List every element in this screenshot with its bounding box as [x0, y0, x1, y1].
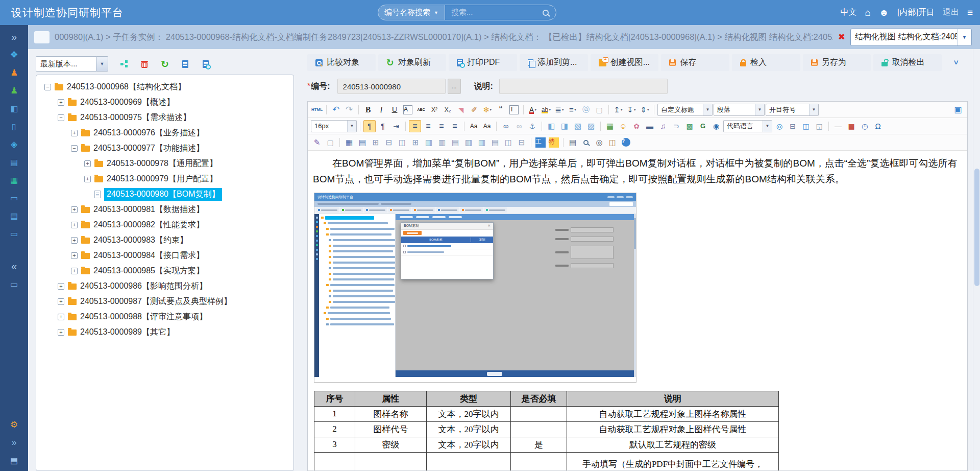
link-icon[interactable]: ∞ [500, 120, 512, 132]
auto-typeset-icon[interactable]: ✻▾ [481, 104, 494, 116]
format-painter-icon[interactable]: ✐ [468, 104, 480, 116]
tree-node[interactable]: +240513-0000989【其它】 [39, 324, 290, 340]
check-in-button[interactable]: 检入 [732, 54, 800, 71]
font-size-select[interactable]: 16px▼ [311, 120, 357, 132]
editor-canvas[interactable]: 在BOM管理界面，增加菜单“复制BOM”，用户选择菜单后，即可弹出BOM复制对话… [308, 151, 967, 470]
insert-media-icon[interactable]: ◉ [710, 120, 722, 132]
add-to-clipboard-button[interactable]: 添加到剪... [520, 54, 588, 71]
settings-gear-icon[interactable]: ⚙ [8, 419, 20, 430]
line-height-icon[interactable]: ⇕▾ [639, 104, 651, 116]
collapse-toolbar-icon[interactable]: ˅ [944, 54, 968, 71]
file-icon[interactable]: ▤ [8, 455, 20, 466]
code-input[interactable]: 240513-0000980 [337, 79, 446, 94]
expander-icon[interactable]: + [58, 298, 64, 305]
html-source-icon[interactable]: HTML [311, 104, 323, 116]
subscript-icon[interactable]: X₂ [442, 104, 454, 116]
cancel-checkout-button[interactable]: 取消检出 [873, 54, 942, 71]
current-user[interactable]: [内部]开目 [897, 7, 935, 18]
expander-icon[interactable]: + [71, 237, 78, 244]
product-structure-icon[interactable]: ❖ [8, 49, 20, 60]
align-right-icon[interactable]: ≡ [435, 120, 448, 132]
workspace-icon[interactable]: ▭ [8, 192, 20, 203]
underline-icon[interactable]: U [388, 104, 401, 116]
align-justify-icon[interactable]: ≡ [449, 120, 461, 132]
version-filter-select[interactable]: 最新版本... ▼ [36, 56, 108, 72]
save-button[interactable]: 保存 [661, 54, 729, 71]
clock-icon[interactable]: ◷ [859, 120, 871, 132]
strikethrough-icon[interactable]: ABC [415, 104, 427, 116]
image-map-icon[interactable]: ▩ [683, 120, 696, 132]
paragraph-format-select[interactable]: 段落▼ [714, 104, 765, 116]
screenshot-icon[interactable]: ◱ [813, 120, 825, 132]
tree-node[interactable]: 240513-0000980【BOM复制】 [39, 186, 290, 202]
insert-image-icon[interactable]: ▦ [604, 120, 616, 132]
music-icon[interactable]: ♫ [657, 120, 669, 132]
merge-right-icon[interactable]: ◫ [502, 136, 514, 149]
insert-row-above-icon[interactable]: ▥ [423, 136, 435, 149]
report-icon[interactable]: ▤ [8, 210, 20, 221]
special-symbol-icon[interactable]: 特 [548, 136, 560, 149]
find-replace-icon[interactable]: ◎ [593, 136, 605, 149]
expander-icon[interactable]: + [58, 314, 64, 320]
bold-icon[interactable]: B [362, 104, 374, 116]
crumb-scroll-button[interactable] [34, 31, 50, 43]
close-tab-icon[interactable]: ✖ [838, 32, 845, 42]
menu-icon[interactable]: ≡ [967, 7, 973, 18]
tree-node[interactable]: +240513-0000981【数据描述】 [39, 202, 290, 217]
more-button[interactable]: ... [448, 79, 461, 94]
to-lowercase-icon[interactable]: Aa [481, 120, 493, 132]
video-icon[interactable]: ▬ [644, 120, 656, 132]
blank-page-icon[interactable]: ▢ [324, 136, 336, 149]
preview-zoom-icon[interactable] [580, 136, 592, 149]
device-icon[interactable]: ▯ [8, 121, 20, 132]
expand-panel-icon[interactable]: » [8, 31, 20, 42]
expander-icon[interactable]: + [71, 252, 78, 259]
font-color-icon[interactable]: A▾ [527, 104, 539, 116]
engineering-symbol-icon[interactable]: 工 [534, 136, 547, 149]
tree-node[interactable]: +240513-0000978【通用配置】 [39, 156, 290, 171]
page-edit-icon[interactable]: ✎ [311, 136, 323, 149]
image-float-left-icon[interactable]: ◧ [545, 120, 557, 132]
tree-node[interactable]: +240513-0000969【概述】 [39, 95, 290, 110]
tree-node[interactable]: +240513-0000983【约束】 [39, 232, 290, 248]
pinyin-icon[interactable]: ⓐ [580, 104, 592, 116]
tree-node[interactable]: +240513-0000985【实现方案】 [39, 263, 290, 278]
google-map-icon[interactable]: G [697, 120, 709, 132]
create-view-button[interactable]: 创建视图... [591, 54, 659, 71]
collapse-panel-icon[interactable]: « [8, 261, 20, 272]
expander-icon[interactable]: − [44, 84, 51, 90]
calendar-icon[interactable]: ▦ [845, 120, 857, 132]
team-icon[interactable]: ♟ [8, 67, 20, 78]
unlink-icon[interactable]: ∞ [513, 120, 525, 132]
embedded-screenshot[interactable]: 设计制造协同研制平台 [314, 193, 636, 383]
expander-icon[interactable]: + [58, 283, 64, 290]
special-char-icon[interactable]: Ω [872, 120, 884, 132]
expander-icon[interactable]: + [71, 206, 78, 213]
expander-icon[interactable]: + [71, 130, 78, 136]
tree-node[interactable]: +240513-0000976【业务描述】 [39, 125, 290, 140]
horizontal-rule-icon[interactable]: — [832, 120, 844, 132]
unordered-list-icon[interactable]: ≡▾ [567, 104, 579, 116]
window-scrollbar[interactable] [973, 49, 980, 471]
anchor-icon[interactable]: ⚓ [526, 120, 538, 132]
tree-node[interactable]: +240513-0000986【影响范围分析】 [39, 278, 290, 294]
view-selector[interactable]: 结构化视图 结构化文档:2405... ▼ [850, 29, 972, 46]
refresh-object-button[interactable]: ↻对象刷新 [378, 54, 447, 71]
highlight-color-icon[interactable]: ab▾ [540, 104, 552, 116]
document-icon[interactable] [180, 58, 191, 69]
paste-icon[interactable]: ◫ [606, 136, 619, 149]
search-icon[interactable] [543, 10, 549, 16]
document-list-icon[interactable]: ▤ [8, 156, 20, 168]
search-type-select[interactable]: 编号名称搜索 ▼ [378, 5, 445, 20]
image-block-icon[interactable]: ▨ [585, 120, 597, 132]
indent-icon[interactable]: ⇥ [390, 120, 402, 132]
space-above-icon[interactable]: ↥▾ [612, 104, 624, 116]
ordered-list-icon[interactable]: ≣▾ [553, 104, 566, 116]
attribute-table[interactable]: 序号属性类型是否必填说明1图样名称文本，20字以内自动获取工艺规程对象上图样名称… [314, 391, 779, 470]
help-icon[interactable]: ? [620, 136, 632, 149]
home-icon[interactable]: ⌂ [865, 7, 871, 18]
save-as-button[interactable]: 另存为 [803, 54, 871, 71]
more-chevron-icon[interactable]: » [8, 437, 20, 448]
model-cube-icon[interactable]: ◈ [8, 138, 20, 150]
tree-node[interactable]: +240513-0000979【用户配置】 [39, 171, 290, 186]
